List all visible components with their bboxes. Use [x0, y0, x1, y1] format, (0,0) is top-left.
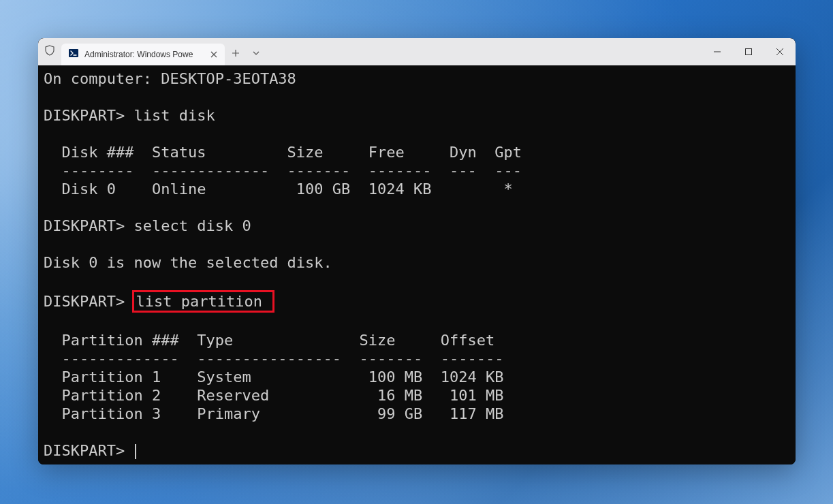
partition-row: Partition 2 Reserved 16 MB 101 MB — [44, 387, 504, 404]
cmd-list-disk: list disk — [133, 107, 215, 124]
powershell-icon — [68, 48, 79, 61]
partition-row: Partition 1 System 100 MB 1024 KB — [44, 368, 504, 385]
disk-divider: -------- ------------- ------- ------- -… — [44, 162, 522, 179]
titlebar-drag-area[interactable] — [266, 38, 702, 65]
prompt: DISKPART> — [44, 293, 133, 310]
svg-rect-1 — [746, 49, 752, 55]
maximize-button[interactable] — [733, 38, 764, 65]
cmd-list-partition: list partition — [136, 293, 262, 310]
line-computer: On computer: DESKTOP-3EOTA38 — [44, 70, 296, 87]
new-tab-button[interactable] — [225, 41, 247, 65]
partition-divider: ------------- ---------------- ------- -… — [44, 350, 504, 367]
cmd-select-disk: select disk 0 — [133, 217, 251, 234]
terminal-window: Administrator: Windows Powe On computer:… — [38, 38, 796, 464]
titlebar[interactable]: Administrator: Windows Powe — [38, 38, 796, 65]
prompt: DISKPART> — [44, 442, 133, 459]
close-button[interactable] — [764, 38, 796, 65]
terminal-output[interactable]: On computer: DESKTOP-3EOTA38 DISKPART> l… — [38, 65, 796, 464]
disk-row: Disk 0 Online 100 GB 1024 KB * — [44, 180, 513, 198]
admin-shield-area — [38, 38, 61, 65]
highlighted-command: list partition — [132, 290, 274, 313]
partition-row: Partition 3 Primary 99 GB 117 MB — [44, 405, 504, 422]
prompt: DISKPART> — [44, 217, 133, 234]
tab-close-button[interactable] — [208, 49, 219, 60]
svg-rect-0 — [69, 49, 78, 57]
cursor — [135, 444, 136, 459]
minimize-button[interactable] — [702, 38, 733, 65]
partition-header: Partition ### Type Size Offset — [44, 332, 494, 349]
shield-icon — [44, 45, 55, 59]
tab-title: Administrator: Windows Powe — [84, 50, 203, 59]
prompt: DISKPART> — [44, 107, 133, 124]
disk-header: Disk ### Status Size Free Dyn Gpt — [44, 144, 522, 161]
select-message: Disk 0 is now the selected disk. — [44, 254, 332, 271]
tab-dropdown-button[interactable] — [247, 41, 266, 65]
active-tab[interactable]: Administrator: Windows Powe — [61, 44, 225, 65]
